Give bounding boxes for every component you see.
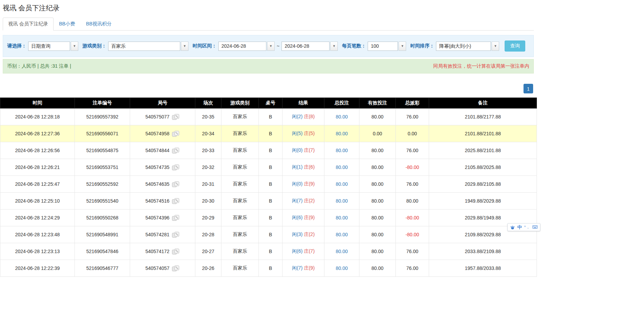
cell-round-id: 540574735	[130, 159, 195, 176]
tab-bb-tips[interactable]: BB小费	[54, 18, 81, 31]
cell-valid-bet: 80.00	[359, 209, 396, 226]
result-banker: 庄(9)	[304, 215, 314, 220]
table-row: 2024-06-28 12:26:21 521690553751 5405747…	[0, 159, 537, 176]
cell-round-id: 540574844	[130, 142, 195, 159]
cell-payout: 80.00	[396, 193, 429, 209]
chevron-down-icon: ▼	[399, 42, 406, 51]
chevron-down-icon: ▼	[181, 42, 188, 51]
cell-game-type: 百家乐	[221, 209, 259, 226]
result-banker: 庄(7)	[304, 147, 314, 153]
cell-time: 2024-06-28 12:23:13	[0, 243, 75, 260]
cell-total-bet: 80.00	[324, 226, 359, 243]
table-row: 2024-06-28 12:26:56 521690554875 5405748…	[0, 142, 537, 159]
column-header: 备注	[429, 98, 537, 109]
cell-total-bet: 80.00	[324, 243, 359, 260]
total-bet-link[interactable]: 80.00	[336, 232, 348, 237]
column-header: 有效投注	[359, 98, 396, 109]
cell-result: 闲(2) 庄(8)	[283, 109, 324, 125]
game-type-select[interactable]: 百家乐 ▼	[108, 42, 188, 51]
cell-round-id: 540574958	[130, 125, 195, 142]
cell-remark: 2033.88/2109.88	[429, 243, 537, 260]
page-button-1[interactable]: 1	[524, 84, 533, 93]
column-header: 结果	[283, 98, 324, 109]
dice-icon[interactable]	[172, 181, 180, 188]
ime-punctuation-icon[interactable]: °，	[524, 225, 530, 230]
dice-icon[interactable]	[172, 215, 180, 221]
total-bet-link[interactable]: 80.00	[336, 249, 348, 254]
dice-icon[interactable]	[172, 147, 180, 154]
cell-bet-id: 521690548991	[75, 226, 130, 243]
cell-table-no: B	[259, 226, 283, 243]
dice-icon[interactable]	[172, 130, 180, 137]
total-bet-link[interactable]: 80.00	[336, 164, 348, 170]
cell-session: 20-32	[195, 159, 221, 176]
sort-select[interactable]: 降幂(由大到小) ▼	[436, 42, 499, 51]
page-size-select[interactable]: 100 ▼	[368, 42, 406, 51]
dice-icon[interactable]	[172, 164, 180, 171]
total-bet-link[interactable]: 80.00	[336, 181, 348, 187]
cell-session: 20-31	[195, 176, 221, 193]
cell-table-no: B	[259, 176, 283, 193]
date-to-select[interactable]: 2024-06-28 ▼	[281, 42, 338, 51]
cell-valid-bet: 80.00	[359, 260, 396, 277]
cell-payout: 0.00	[396, 125, 429, 142]
result-banker: 庄(2)	[304, 198, 314, 203]
cell-bet-id: 521690546777	[75, 260, 130, 277]
cell-payout: -80.00	[396, 226, 429, 243]
tab-bb-points[interactable]: BB视讯积分	[81, 18, 117, 31]
cell-session: 20-29	[195, 209, 221, 226]
records-table: 时间注单编号局号场次游戏类别桌号结果总投注有效投注总派彩备注 2024-06-2…	[0, 98, 537, 277]
chevron-down-icon: ▼	[267, 42, 275, 51]
total-bet-link[interactable]: 80.00	[336, 114, 348, 120]
query-type-select[interactable]: 日期查询 ▼	[28, 42, 78, 51]
dice-icon[interactable]	[172, 231, 180, 238]
total-bet-link[interactable]: 80.00	[336, 265, 348, 271]
dice-icon[interactable]	[172, 198, 180, 204]
cell-table-no: B	[259, 260, 283, 277]
total-bet-link[interactable]: 80.00	[336, 198, 348, 204]
ime-keyboard-icon[interactable]	[532, 225, 538, 229]
round-id-text: 540574635	[145, 181, 169, 187]
table-header-row: 时间注单编号局号场次游戏类别桌号结果总投注有效投注总派彩备注	[0, 98, 537, 109]
cell-game-type: 百家乐	[221, 142, 259, 159]
cell-time: 2024-06-28 12:24:29	[0, 209, 75, 226]
cell-total-bet: 80.00	[324, 260, 359, 277]
cell-round-id: 540574281	[130, 226, 195, 243]
search-button[interactable]: 查询	[505, 41, 525, 52]
game-type-value: 百家乐	[108, 42, 180, 51]
result-banker: 庄(7)	[304, 248, 314, 254]
result-banker: 庄(8)	[304, 114, 314, 119]
result-player: 闲(7)	[292, 265, 302, 271]
cell-total-bet: 80.00	[324, 193, 359, 209]
ime-toolbar[interactable]: 中 °，	[507, 223, 540, 231]
total-bet-link[interactable]: 80.00	[336, 148, 348, 153]
tab-bar: 视讯 会员下注纪录 BB小费 BB视讯积分	[3, 18, 534, 31]
cell-time: 2024-06-28 12:23:48	[0, 226, 75, 243]
column-header: 时间	[0, 98, 75, 109]
cell-total-bet: 80.00	[324, 125, 359, 142]
dice-icon[interactable]	[172, 265, 180, 272]
cell-bet-id: 521690554875	[75, 142, 130, 159]
cell-round-id: 540574516	[130, 193, 195, 209]
cell-payout: 76.00	[396, 260, 429, 277]
page-size-label: 每页笔数：	[342, 43, 366, 49]
cell-game-type: 百家乐	[221, 109, 259, 125]
cell-time: 2024-06-28 12:22:39	[0, 260, 75, 277]
round-id-text: 540574844	[145, 148, 169, 153]
dice-icon[interactable]	[172, 248, 180, 255]
cell-valid-bet: 80.00	[359, 109, 396, 125]
result-banker: 庄(5)	[304, 130, 314, 136]
ime-logo-icon[interactable]	[510, 225, 515, 230]
table-row: 2024-06-28 12:27:36 521690556071 5405749…	[0, 125, 537, 142]
cell-result: 闲(3) 庄(2)	[283, 226, 324, 243]
total-bet-link[interactable]: 80.00	[336, 215, 348, 220]
cell-time: 2024-06-28 12:26:21	[0, 159, 75, 176]
cell-result: 闲(7) 庄(2)	[283, 193, 324, 209]
ime-language-indicator[interactable]: 中	[517, 224, 522, 230]
cell-remark: 1949.88/2029.88	[429, 193, 537, 209]
tab-betting-records[interactable]: 视讯 会员下注纪录	[3, 18, 54, 31]
dice-icon[interactable]	[172, 114, 180, 120]
result-banker: 庄(9)	[304, 181, 314, 186]
total-bet-link[interactable]: 80.00	[336, 131, 348, 136]
date-from-select[interactable]: 2024-06-28 ▼	[218, 42, 275, 51]
